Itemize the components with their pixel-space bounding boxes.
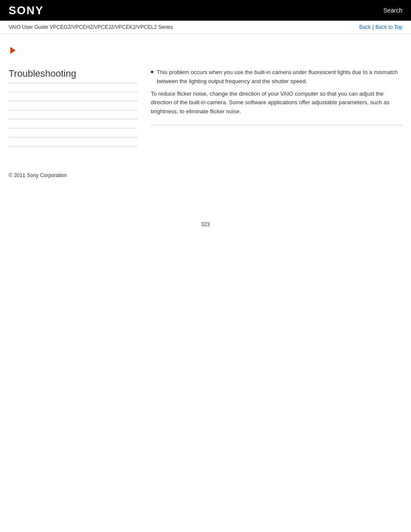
sidebar-line-6 (9, 137, 138, 137)
sony-logo: SONY (9, 4, 44, 17)
chevron-icon (10, 47, 16, 54)
content-layout: Troubleshooting This problem occurs when… (9, 68, 402, 155)
content-paragraph: To reduce flicker noise, change the dire… (151, 90, 402, 116)
sidebar-line-2 (9, 101, 138, 101)
sidebar-line-5 (9, 128, 138, 128)
search-label[interactable]: Search (383, 7, 402, 14)
section-title: Troubleshooting (9, 68, 138, 83)
nav-bar: VAIO User Guide VPCEG2/VPCEH2/VPCEJ2/VPC… (0, 21, 411, 34)
footer-copyright: © 2011 Sony Corporation (9, 172, 402, 178)
nav-separator: | (372, 24, 374, 30)
site-header: SONY Search (0, 0, 411, 21)
sidebar-line-3 (9, 110, 138, 110)
bullet-dot-icon (151, 71, 153, 73)
sidebar-line-1 (9, 92, 138, 92)
back-link[interactable]: Back (359, 24, 371, 30)
nav-links: Back | Back to Top (359, 24, 402, 30)
left-sidebar: Troubleshooting (9, 68, 138, 155)
bullet-text: This problem occurs when you use the bui… (157, 68, 402, 86)
bullet-point: This problem occurs when you use the bui… (151, 68, 402, 86)
sidebar-line-7 (9, 146, 138, 146)
page-number: 323 (0, 221, 411, 236)
right-content: This problem occurs when you use the bui… (151, 68, 402, 155)
content-divider (151, 125, 402, 125)
back-to-top-link[interactable]: Back to Top (376, 24, 402, 30)
main-content: Troubleshooting This problem occurs when… (0, 34, 411, 196)
sidebar-line-4 (9, 119, 138, 119)
guide-title: VAIO User Guide VPCEG2/VPCEH2/VPCEJ2/VPC… (9, 24, 173, 30)
